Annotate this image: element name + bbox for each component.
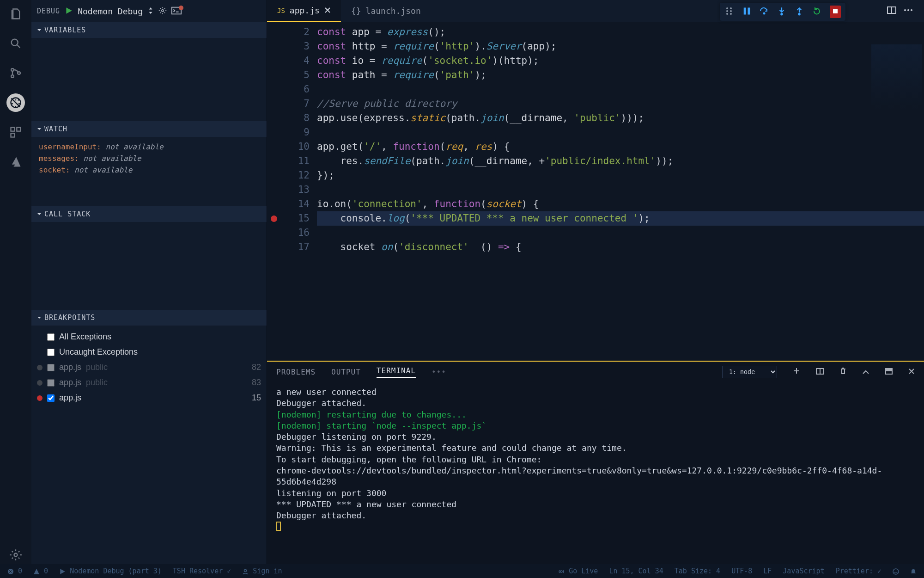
svg-point-16 <box>730 13 732 15</box>
status-bell-icon[interactable] <box>910 567 917 575</box>
tab-terminal[interactable]: TERMINAL <box>377 366 416 378</box>
gear-icon[interactable] <box>6 546 25 564</box>
warnings-count[interactable]: 0 <box>33 567 48 575</box>
notification-dot-icon <box>179 6 183 10</box>
minimap[interactable] <box>871 44 922 109</box>
svg-point-19 <box>764 13 765 14</box>
start-debug-button[interactable] <box>65 6 73 16</box>
terminal-select[interactable]: 1: node <box>722 366 777 378</box>
tab-launch-json[interactable]: {}launch.json <box>341 0 431 22</box>
svg-point-13 <box>726 10 728 12</box>
step-out-icon[interactable] <box>795 6 804 17</box>
close-panel-icon[interactable] <box>908 368 915 376</box>
bottom-panel: PROBLEMS OUTPUT TERMINAL ••• 1: node a n… <box>267 361 924 564</box>
debug-side-panel: DEBUG Nodemon Debug VARIABLES WATCH user… <box>31 0 267 564</box>
breakpoints-header[interactable]: BREAKPOINTS <box>31 310 267 326</box>
status-signin[interactable]: Sign in <box>242 567 282 575</box>
debug-label: DEBUG <box>37 7 60 15</box>
tab-app-js[interactable]: JSapp.js <box>267 0 341 22</box>
status-encoding[interactable]: UTF-8 <box>731 567 752 575</box>
debug-config-select[interactable]: Nodemon Debug <box>78 6 143 16</box>
status-feedback-icon[interactable] <box>893 567 899 575</box>
callstack-body <box>31 222 267 310</box>
new-terminal-icon[interactable] <box>793 367 800 376</box>
chevron-up-icon[interactable] <box>862 368 869 376</box>
debug-toolbar: DEBUG Nodemon Debug <box>31 0 267 22</box>
pause-icon[interactable] <box>742 6 751 17</box>
svg-rect-22 <box>833 9 838 13</box>
bp-checkbox[interactable] <box>47 394 55 402</box>
overflow-icon[interactable]: ••• <box>432 368 446 376</box>
azure-icon[interactable] <box>6 153 25 171</box>
status-resolver[interactable]: TSH Resolver ✓ <box>173 567 231 575</box>
watch-body: usernameInput: not available messages: n… <box>31 137 267 206</box>
code-editor[interactable]: 234567891011121314151617 const app = exp… <box>267 22 924 361</box>
bp-checkbox[interactable] <box>47 349 55 356</box>
debug-controls <box>720 3 845 21</box>
bp-dot-icon <box>37 365 43 370</box>
debug-settings-icon[interactable] <box>158 6 167 16</box>
status-tabsize[interactable]: Tab Size: 4 <box>675 567 720 575</box>
panel-tabs: PROBLEMS OUTPUT TERMINAL ••• 1: node <box>267 362 924 382</box>
editor-actions <box>882 3 918 19</box>
stop-icon[interactable] <box>830 6 841 18</box>
status-eol[interactable]: LF <box>763 567 772 575</box>
svg-point-26 <box>911 9 912 11</box>
step-into-icon[interactable] <box>777 6 786 17</box>
json-file-icon: {} <box>351 6 361 16</box>
status-debug[interactable]: Nodemon Debug (part 3) <box>59 567 162 575</box>
svg-point-21 <box>798 13 800 15</box>
callstack-header[interactable]: CALL STACK <box>31 206 267 222</box>
terminal-output[interactable]: a new user connectedDebugger attached.[n… <box>267 382 924 564</box>
status-golive[interactable]: Go Live <box>558 567 598 575</box>
step-over-icon[interactable] <box>760 6 769 17</box>
restart-icon[interactable] <box>812 6 821 17</box>
svg-point-8 <box>14 553 18 557</box>
status-prettier[interactable]: Prettier: ✓ <box>836 567 881 575</box>
bp-dot-icon <box>37 395 43 401</box>
svg-point-9 <box>162 9 164 12</box>
split-editor-icon[interactable] <box>887 6 896 16</box>
bp-checkbox[interactable] <box>47 364 55 371</box>
drag-handle-icon[interactable] <box>724 6 734 17</box>
status-language[interactable]: JavaScript <box>783 567 824 575</box>
svg-point-31 <box>244 569 247 572</box>
watch-item: usernameInput: not available <box>39 142 261 151</box>
extensions-icon[interactable] <box>6 123 25 141</box>
svg-point-1 <box>11 68 14 71</box>
watch-header[interactable]: WATCH <box>31 121 267 137</box>
tab-problems[interactable]: PROBLEMS <box>276 368 316 376</box>
files-icon[interactable] <box>6 5 25 23</box>
close-icon[interactable] <box>324 6 331 15</box>
variables-header[interactable]: VARIABLES <box>31 22 267 38</box>
search-icon[interactable] <box>6 34 25 53</box>
svg-rect-29 <box>886 369 892 371</box>
breakpoint-uncaught[interactable]: Uncaught Exceptions <box>36 344 262 360</box>
breakpoint-row[interactable]: app.js15 <box>36 390 262 406</box>
bp-dot-icon <box>37 380 43 386</box>
breakpoint-row[interactable]: app.jspublic82 <box>36 360 262 375</box>
status-position[interactable]: Ln 15, Col 34 <box>609 567 663 575</box>
more-icon[interactable] <box>904 6 913 16</box>
bp-checkbox[interactable] <box>47 379 55 387</box>
tab-output[interactable]: OUTPUT <box>331 368 361 376</box>
breakpoints-body: All Exceptions Uncaught Exceptions app.j… <box>31 326 267 409</box>
breakpoint-all-exceptions[interactable]: All Exceptions <box>36 329 262 344</box>
variables-body <box>31 38 267 121</box>
kill-terminal-icon[interactable] <box>840 367 846 376</box>
watch-item: messages: not available <box>39 154 261 163</box>
debug-icon[interactable] <box>6 93 25 112</box>
errors-count[interactable]: 0 <box>7 567 22 575</box>
svg-rect-7 <box>11 133 15 137</box>
config-stepper-icon[interactable] <box>147 7 154 15</box>
split-terminal-icon[interactable] <box>816 368 824 376</box>
breakpoint-row[interactable]: app.jspublic83 <box>36 375 262 390</box>
bp-checkbox[interactable] <box>47 333 55 341</box>
status-bar: 0 0 Nodemon Debug (part 3) TSH Resolver … <box>0 564 924 578</box>
maximize-panel-icon[interactable] <box>885 368 893 376</box>
scm-icon[interactable] <box>6 64 25 82</box>
svg-point-20 <box>781 13 782 15</box>
watch-item: socket: not available <box>39 166 261 174</box>
svg-point-2 <box>11 75 14 78</box>
debug-console-icon[interactable] <box>171 6 182 16</box>
